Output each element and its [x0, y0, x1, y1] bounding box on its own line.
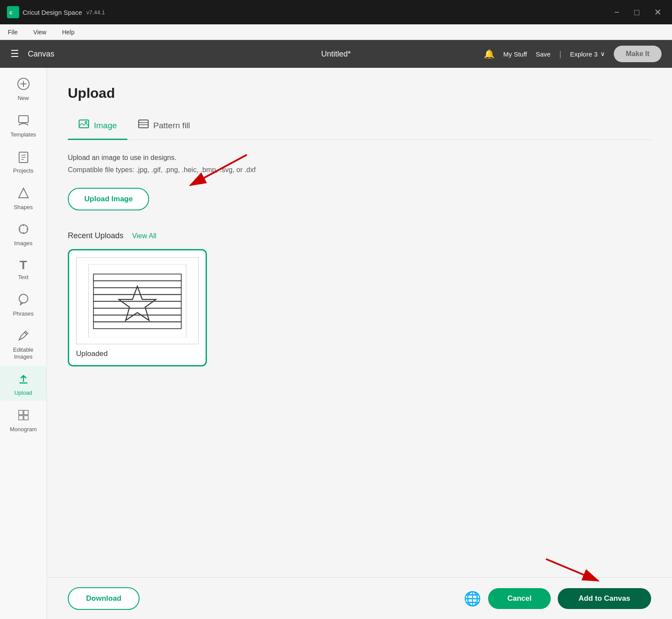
image-tab-label: Image: [94, 121, 117, 130]
svg-rect-21: [19, 416, 23, 420]
svg-marker-9: [19, 188, 28, 198]
monogram-icon: [17, 409, 30, 423]
sidebar-item-shapes-label: Shapes: [13, 204, 33, 211]
card-preview: [76, 257, 199, 344]
card-name: Uploaded: [76, 349, 199, 358]
sidebar-item-images[interactable]: Images: [0, 216, 47, 251]
upload-panel: Upload Image Pattern fill: [47, 68, 672, 577]
text-icon: T: [20, 259, 27, 271]
cancel-button[interactable]: Cancel: [488, 588, 551, 609]
card-preview-image: [86, 264, 189, 337]
explore-dropdown[interactable]: Explore 3 ∨: [570, 50, 605, 58]
my-stuff-link[interactable]: My Stuff: [503, 50, 527, 58]
sidebar-item-editable-images-label: Editable Images: [3, 346, 43, 360]
save-link[interactable]: Save: [536, 50, 550, 58]
menu-file[interactable]: File: [5, 27, 20, 37]
svg-text:c: c: [10, 10, 13, 16]
svg-rect-20: [24, 410, 28, 415]
bottom-bar: Download 🌐 Cancel Add to Canvas: [47, 577, 672, 619]
upload-description: Upload an image to use in designs.: [68, 154, 651, 162]
download-button[interactable]: Download: [68, 587, 140, 610]
close-button[interactable]: ✕: [651, 5, 665, 19]
svg-rect-4: [19, 116, 28, 123]
content-area: Upload Image Pattern fill: [47, 68, 672, 619]
pattern-fill-tab-label: Pattern fill: [153, 121, 190, 130]
editable-images-icon: [17, 329, 30, 344]
pattern-fill-tab-icon: [138, 119, 149, 133]
menubar: File View Help: [0, 24, 672, 40]
app-version: v7.44.1: [86, 9, 105, 16]
sidebar-item-templates-label: Templates: [10, 131, 36, 138]
document-title: Untitled*: [321, 50, 351, 59]
sidebar-item-monogram[interactable]: Monogram: [0, 403, 47, 437]
window-controls: − □ ✕: [611, 5, 665, 19]
header-divider: |: [559, 50, 562, 59]
sidebar-item-phrases[interactable]: Phrases: [0, 287, 47, 322]
sidebar-item-text[interactable]: T Text: [0, 253, 47, 285]
svg-rect-28: [89, 264, 186, 337]
svg-point-15: [19, 294, 28, 303]
projects-icon: [17, 150, 30, 165]
sidebar-item-upload-label: Upload: [14, 389, 32, 396]
image-tab-icon: [78, 119, 90, 133]
view-all-link[interactable]: View All: [132, 232, 156, 240]
upload-image-button[interactable]: Upload Image: [68, 188, 149, 210]
upload-icon: [17, 372, 30, 387]
app-logo: c Cricut Design Space v7.44.1: [7, 6, 105, 18]
minimize-button[interactable]: −: [611, 5, 623, 19]
new-icon: [17, 77, 30, 92]
tab-pattern-fill[interactable]: Pattern fill: [127, 113, 200, 140]
templates-icon: [17, 114, 30, 129]
sidebar: New Templates Projects Shapes: [0, 68, 47, 619]
svg-rect-23: [79, 120, 89, 128]
images-icon: [17, 223, 30, 237]
upload-cards: •••: [68, 249, 651, 366]
app-name: Cricut Design Space: [23, 9, 82, 16]
maximize-button[interactable]: □: [631, 5, 643, 19]
sidebar-item-editable-images[interactable]: Editable Images: [0, 323, 47, 364]
hamburger-menu-button[interactable]: ☰: [10, 48, 19, 60]
svg-point-24: [85, 121, 87, 123]
sidebar-item-templates[interactable]: Templates: [0, 108, 47, 143]
notifications-bell-icon[interactable]: 🔔: [484, 49, 495, 59]
svg-rect-19: [19, 410, 23, 415]
upload-panel-title: Upload: [68, 85, 651, 101]
phrases-icon: [17, 293, 30, 308]
sidebar-item-upload[interactable]: Upload: [0, 366, 47, 401]
sidebar-item-text-label: Text: [18, 274, 29, 281]
recent-uploads-label: Recent Uploads: [68, 231, 123, 240]
sidebar-item-projects[interactable]: Projects: [0, 144, 47, 179]
menu-help[interactable]: Help: [60, 27, 77, 37]
explore-label: Explore 3: [570, 50, 597, 58]
make-it-button[interactable]: Make It: [614, 46, 662, 62]
recent-uploads-header: Recent Uploads View All: [68, 231, 651, 240]
upload-card[interactable]: •••: [68, 249, 207, 366]
svg-rect-25: [139, 120, 148, 128]
sidebar-item-new-label: New: [17, 95, 29, 102]
explore-chevron-icon: ∨: [600, 50, 605, 58]
shapes-icon: [17, 186, 30, 201]
cricut-logo-icon: c: [7, 6, 19, 18]
add-to-canvas-button[interactable]: Add to Canvas: [558, 588, 651, 609]
tab-image[interactable]: Image: [68, 113, 127, 140]
svg-rect-22: [24, 416, 28, 420]
upload-tabs: Image Pattern fill: [68, 113, 651, 140]
sidebar-item-images-label: Images: [14, 240, 33, 247]
upload-filetypes: Compatible file types: .jpg, .gif, .png,…: [68, 166, 651, 174]
sidebar-item-projects-label: Projects: [13, 167, 33, 174]
language-globe-icon[interactable]: 🌐: [464, 590, 481, 607]
header-right-controls: 🔔 My Stuff Save | Explore 3 ∨ Make It: [484, 46, 662, 62]
titlebar: c Cricut Design Space v7.44.1 − □ ✕: [0, 0, 672, 24]
menu-view[interactable]: View: [31, 27, 49, 37]
sidebar-item-phrases-label: Phrases: [13, 310, 34, 317]
sidebar-item-shapes[interactable]: Shapes: [0, 180, 47, 215]
sidebar-item-new[interactable]: New: [0, 71, 47, 106]
sidebar-item-monogram-label: Monogram: [10, 426, 37, 433]
app-header: ☰ Canvas Untitled* 🔔 My Stuff Save | Exp…: [0, 40, 672, 68]
canvas-label: Canvas: [28, 50, 54, 59]
